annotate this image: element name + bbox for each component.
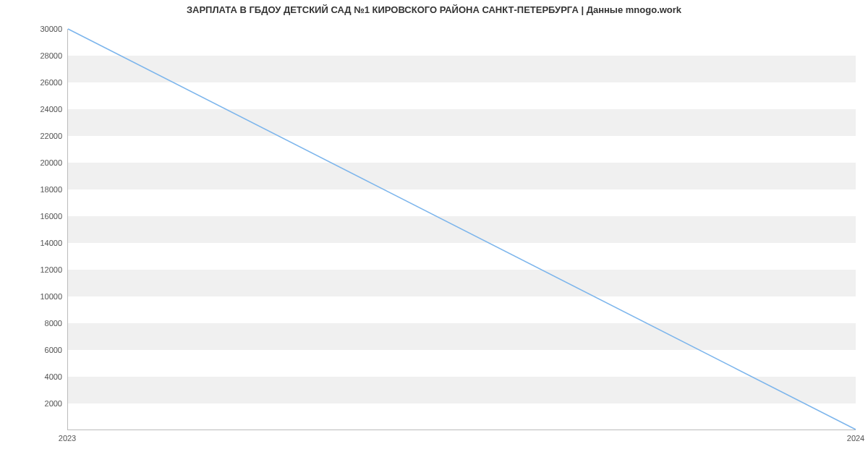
- series-line: [68, 29, 856, 430]
- x-tick-label: 2024: [847, 434, 864, 443]
- y-tick-label: 20000: [4, 158, 62, 167]
- y-tick-label: 26000: [4, 78, 62, 87]
- y-tick-label: 10000: [4, 292, 62, 301]
- y-tick-label: 12000: [4, 265, 62, 274]
- salary-line-chart: ЗАРПЛАТА В ГБДОУ ДЕТСКИЙ САД №1 КИРОВСКО…: [0, 0, 868, 470]
- y-tick-label: 14000: [4, 239, 62, 247]
- y-tick-label: 4000: [4, 372, 62, 381]
- plot-area: [67, 29, 856, 430]
- y-tick-label: 24000: [4, 105, 62, 114]
- y-tick-label: 22000: [4, 132, 62, 140]
- y-tick-label: 2000: [4, 399, 62, 408]
- chart-title: ЗАРПЛАТА В ГБДОУ ДЕТСКИЙ САД №1 КИРОВСКО…: [0, 4, 868, 15]
- y-tick-label: 6000: [4, 346, 62, 354]
- y-tick-label: 16000: [4, 212, 62, 221]
- y-tick-label: 30000: [4, 25, 62, 33]
- y-tick-label: 28000: [4, 51, 62, 60]
- line-svg: [68, 29, 856, 430]
- y-tick-label: 18000: [4, 185, 62, 194]
- x-tick-label: 2023: [59, 434, 76, 443]
- y-tick-label: 8000: [4, 319, 62, 328]
